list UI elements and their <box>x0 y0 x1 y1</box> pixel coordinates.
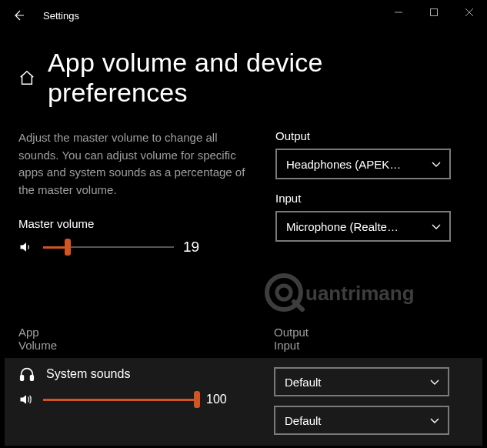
col-output-label: Output <box>274 326 469 339</box>
chevron-down-icon <box>431 159 442 169</box>
col-input-label: Input <box>274 339 469 352</box>
right-column: Output Headphones (APEK… Input Microphon… <box>275 129 469 256</box>
page-title: App volume and device preferences <box>48 48 469 108</box>
maximize-button[interactable] <box>416 0 452 25</box>
output-select-value: Headphones (APEK… <box>286 158 401 171</box>
window-title: Settings <box>37 10 79 22</box>
speaker-icon[interactable] <box>18 239 34 255</box>
page-header: App volume and device preferences <box>0 31 487 114</box>
svg-rect-0 <box>431 9 438 16</box>
svg-rect-5 <box>31 376 34 380</box>
app-output-value: Default <box>285 376 322 389</box>
page-description: Adjust the master volume to change all s… <box>18 129 257 199</box>
app-name: System sounds <box>46 367 130 381</box>
minimize-button[interactable] <box>381 0 416 25</box>
back-button[interactable] <box>0 0 37 31</box>
input-select[interactable]: Microphone (Realte… <box>275 211 451 242</box>
headphones-icon <box>18 366 35 383</box>
chevron-down-icon <box>429 415 440 426</box>
chevron-down-icon <box>431 221 442 232</box>
app-input-value: Default <box>285 414 322 427</box>
speaker-icon[interactable] <box>18 392 34 407</box>
svg-text:uantrimang: uantrimang <box>305 282 415 305</box>
col-volume-label: Volume <box>18 339 274 352</box>
output-select[interactable]: Headphones (APEK… <box>275 149 451 179</box>
app-volume-slider[interactable] <box>43 390 197 409</box>
content-area: Adjust the master volume to change all s… <box>0 114 487 256</box>
app-input-select[interactable]: Default <box>274 406 449 435</box>
close-button[interactable] <box>452 0 487 25</box>
master-volume-label: Master volume <box>18 217 257 230</box>
master-volume-row: 19 <box>18 238 257 256</box>
output-label: Output <box>275 129 469 142</box>
input-label: Input <box>275 192 469 205</box>
master-volume-slider[interactable] <box>43 238 174 256</box>
left-column: Adjust the master volume to change all s… <box>18 129 257 256</box>
title-bar: Settings <box>0 0 487 31</box>
input-select-value: Microphone (Realte… <box>286 220 399 233</box>
home-icon[interactable] <box>18 69 35 86</box>
col-app-label: App <box>18 326 274 339</box>
back-arrow-icon <box>12 9 25 22</box>
app-list-header: App Volume Output Input <box>0 326 487 352</box>
app-row-system-sounds: System sounds 100 Default Default <box>5 358 482 446</box>
svg-point-2 <box>277 286 291 299</box>
svg-rect-4 <box>21 376 24 380</box>
app-output-select[interactable]: Default <box>274 367 449 396</box>
window-controls <box>381 0 487 25</box>
master-volume-value: 19 <box>183 239 209 256</box>
watermark-logo: uantrimang <box>264 269 464 316</box>
chevron-down-icon <box>429 376 440 387</box>
app-volume-value: 100 <box>206 393 232 406</box>
